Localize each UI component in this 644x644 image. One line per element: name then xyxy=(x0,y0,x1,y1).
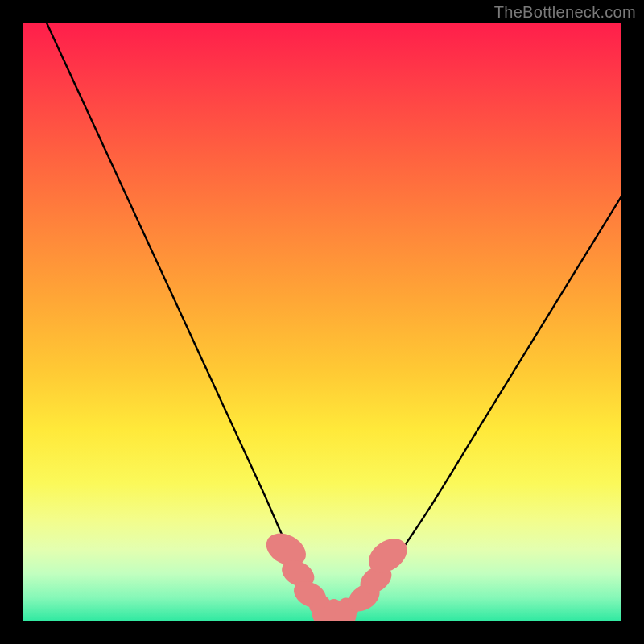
chart-svg xyxy=(23,23,621,621)
curve-markers xyxy=(261,527,414,621)
curve-layer xyxy=(47,23,621,616)
watermark-text: TheBottleneck.com xyxy=(494,3,636,22)
bottleneck-curve xyxy=(47,23,621,616)
chart-plot-area xyxy=(23,23,621,621)
chart-frame: TheBottleneck.com xyxy=(0,0,644,644)
